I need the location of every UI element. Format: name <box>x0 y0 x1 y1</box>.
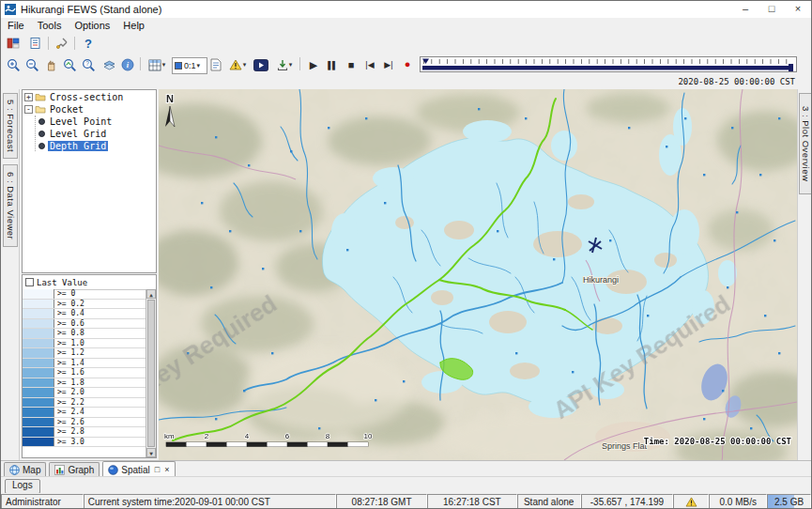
tree-item-pocket[interactable]: - Pocket <box>24 103 156 115</box>
legend-color-swatch <box>23 309 54 318</box>
toolbar-separator <box>140 57 141 70</box>
menu-options[interactable]: Options <box>68 18 116 33</box>
last-value-checkbox[interactable] <box>25 278 34 286</box>
play-button[interactable]: ▶ <box>305 56 322 73</box>
legend-row-label: >= 0.2 <box>54 300 84 309</box>
logs-button[interactable]: Logs <box>5 479 40 494</box>
status-local-time: 16:27:18 CST <box>427 494 517 509</box>
legend-color-swatch <box>23 438 54 447</box>
zoom-extent-icon[interactable] <box>61 56 78 73</box>
legend-row: >= 2.4 <box>23 408 156 418</box>
menu-tools[interactable]: Tools <box>31 18 69 33</box>
pan-hand-icon[interactable] <box>42 56 59 73</box>
collapse-toggle-icon[interactable]: - <box>24 105 33 114</box>
status-bar: Administrator Current system time:2020-0… <box>1 493 811 509</box>
tree-item-cross-section[interactable]: + Cross-section <box>24 91 156 102</box>
app-icon <box>5 4 16 15</box>
grid-display-button[interactable]: ▾ <box>146 56 168 73</box>
legend-swatch-icon <box>175 62 182 69</box>
database-icon[interactable] <box>5 35 22 52</box>
legend-color-swatch <box>23 339 54 348</box>
menu-file[interactable]: File <box>1 18 31 33</box>
chart-icon <box>54 465 65 475</box>
left-panel: + Cross-section - Pocket Level Point <box>20 89 159 460</box>
tree-children: Level Point Level Grid Depth Grid <box>35 116 156 151</box>
document-icon[interactable] <box>207 56 224 73</box>
combo-value: 0:1 <box>184 61 196 70</box>
class-ratio-combo[interactable]: 0:1 ▾ <box>172 57 207 74</box>
legend-row: >= 1.6 <box>23 368 156 378</box>
legend-color-swatch <box>23 348 54 358</box>
tab-spatial-label: Spatial <box>121 465 150 475</box>
tree-item-level-grid[interactable]: Level Grid <box>38 128 156 139</box>
layers-icon[interactable] <box>100 56 117 73</box>
legend-color-swatch <box>23 300 54 309</box>
tab-close-icon[interactable]: × <box>164 465 169 474</box>
timeline-slider[interactable] <box>420 56 797 72</box>
scroll-up-icon[interactable]: ▲ <box>146 289 156 299</box>
warning-threshold-button[interactable]: ▾ <box>226 56 249 73</box>
legend-row-label: >= 0.8 <box>54 329 84 338</box>
chevron-down-icon: ▾ <box>197 62 201 69</box>
tab-spatial[interactable]: Spatial □ × <box>102 461 175 477</box>
scrollbar-thumb[interactable] <box>147 300 155 447</box>
map-canvas[interactable]: Hikurangi Springs Flat API Key Required … <box>159 89 797 460</box>
legend-row: >= 0.4 <box>23 309 156 319</box>
download-button[interactable]: ▾ <box>273 56 296 73</box>
tree-item-depth-grid[interactable]: Depth Grid <box>38 140 156 151</box>
legend-row: >= 1.4 <box>23 359 156 369</box>
animation-export-button[interactable] <box>253 56 269 73</box>
status-mode: Stand alone <box>517 494 581 509</box>
tab-forecast[interactable]: 5 : Forecast <box>3 93 18 159</box>
window-title: Hikurangi FEWS (Stand alone) <box>21 4 161 15</box>
status-warning-cell[interactable] <box>673 494 709 509</box>
import-icon[interactable] <box>27 35 44 52</box>
skip-to-end-button[interactable]: ▶| <box>380 56 397 73</box>
legend-row: >= 2.2 <box>23 398 156 409</box>
tab-plot-overview[interactable]: 3 : Plot Overview <box>799 93 812 194</box>
legend-row: >= 0.8 <box>23 329 156 339</box>
tab-graph[interactable]: Graph <box>49 462 100 477</box>
legend-row-label: >= 2.4 <box>54 408 84 417</box>
help-icon[interactable]: ? <box>80 35 97 52</box>
tree-item-level-point[interactable]: Level Point <box>38 116 156 127</box>
skip-to-start-button[interactable]: |◀ <box>361 56 378 73</box>
legend-row-label: >= 0 <box>54 289 75 299</box>
expand-toggle-icon[interactable]: + <box>24 93 33 101</box>
tree-item-label: Cross-section <box>48 92 125 102</box>
minimize-button[interactable]: – <box>732 1 758 18</box>
maximize-button[interactable]: □ <box>758 1 785 18</box>
tab-map[interactable]: Map <box>4 462 46 477</box>
node-icon <box>38 131 45 137</box>
tab-map-label: Map <box>23 465 40 475</box>
spatial-icon <box>108 465 118 475</box>
stop-button[interactable]: ■ <box>343 56 360 73</box>
legend-header: Last Value <box>23 275 156 290</box>
record-button[interactable]: ● <box>399 55 416 72</box>
chevron-down-icon: ▾ <box>243 61 247 69</box>
pause-button[interactable]: ▌▌ <box>324 56 341 73</box>
tree-item-label: Level Point <box>48 116 114 127</box>
tools-icon[interactable] <box>54 35 70 52</box>
legend-row: >= 0.6 <box>23 319 156 330</box>
legend-row-label: >= 2.8 <box>54 427 84 437</box>
close-button[interactable]: × <box>785 1 811 18</box>
legend-color-swatch <box>23 289 54 299</box>
tab-data-viewer[interactable]: 6 : Data Viewer <box>3 164 18 247</box>
legend-scrollbar[interactable]: ▲ ▼ <box>146 289 156 457</box>
legend-row-label: >= 1.6 <box>54 368 84 378</box>
scroll-down-icon[interactable]: ▼ <box>146 448 156 457</box>
zoom-out-icon[interactable] <box>23 56 40 73</box>
zoom-in-icon[interactable] <box>5 56 22 73</box>
zoom-info-icon[interactable]: ? <box>80 56 97 73</box>
tab-maximize-icon[interactable]: □ <box>155 465 160 474</box>
view-tabs: Map Graph Spatial □ × <box>1 460 811 477</box>
legend-panel: Last Value >= 0 >= 0.2 >= 0.4 >= 0.6 >= … <box>22 274 157 458</box>
menu-help[interactable]: Help <box>116 18 151 33</box>
scale-tick: 8 <box>326 432 330 440</box>
scale-tick: 6 <box>285 432 290 440</box>
info-icon[interactable]: i <box>119 56 136 73</box>
current-time-label: 2020-08-25 00:00:00 CST <box>645 76 795 89</box>
legend-color-swatch <box>23 408 54 417</box>
legend-color-swatch <box>23 359 54 368</box>
